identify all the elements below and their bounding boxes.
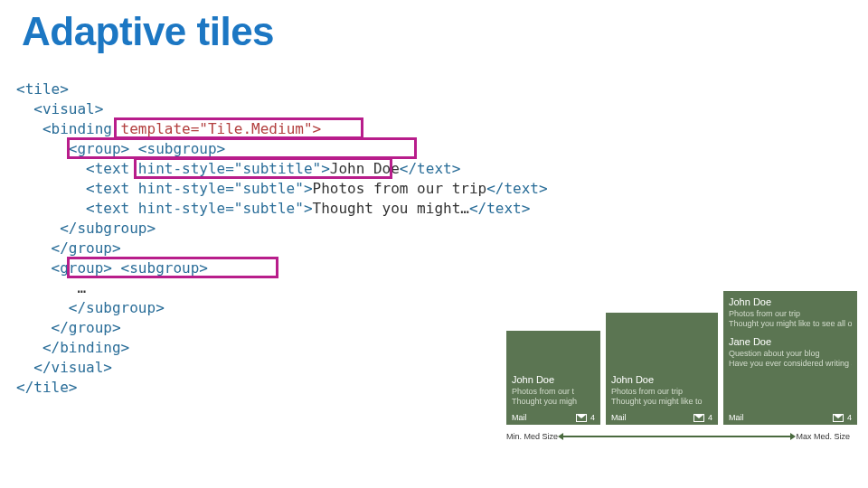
tile-badge: 4 (693, 413, 712, 422)
tile-preview2: Have you ever considered writing a (729, 359, 852, 368)
tile-badge: 4 (833, 413, 852, 422)
slide-title: Adaptive tiles (0, 0, 868, 54)
xml-code-block: <tile> <visual> <binding template="Tile.… (16, 80, 548, 398)
max-size-label: Max Med. Size (796, 432, 850, 441)
tile-sender: John Doe (512, 374, 595, 385)
tile-subject: Photos from our trip (729, 309, 852, 318)
tile-subject: Photos from our t (512, 387, 595, 396)
tile-large: John Doe Photos from our trip Thought yo… (723, 291, 857, 425)
mail-icon (693, 414, 704, 422)
tile-sender: John Doe (611, 374, 712, 385)
tile-preview: Thought you migh (512, 397, 595, 406)
mail-icon (576, 414, 587, 422)
tile-medium: John Doe Photos from our trip Thought yo… (606, 313, 718, 425)
tile-preview-row: John Doe Photos from our t Thought you m… (506, 291, 857, 425)
tile-sender: John Doe (729, 296, 852, 307)
tile-subject: Photos from our trip (611, 387, 712, 396)
tile-app-label: Mail (611, 413, 627, 422)
tile-subject2: Question about your blog (729, 349, 852, 358)
tile-app-label: Mail (512, 413, 527, 422)
tile-badge: 4 (576, 413, 595, 422)
size-range-arrow: Min. Med Size Max Med. Size (506, 432, 850, 441)
tile-preview: Thought you might like to see all o (729, 319, 852, 328)
mail-icon (833, 414, 844, 422)
min-size-label: Min. Med Size (506, 432, 558, 441)
tile-small: John Doe Photos from our t Thought you m… (506, 331, 600, 425)
tile-app-label: Mail (729, 413, 744, 422)
double-arrow-icon (561, 436, 792, 437)
tile-sender2: Jane Doe (729, 336, 852, 347)
tile-preview: Thought you might like to (611, 397, 712, 406)
